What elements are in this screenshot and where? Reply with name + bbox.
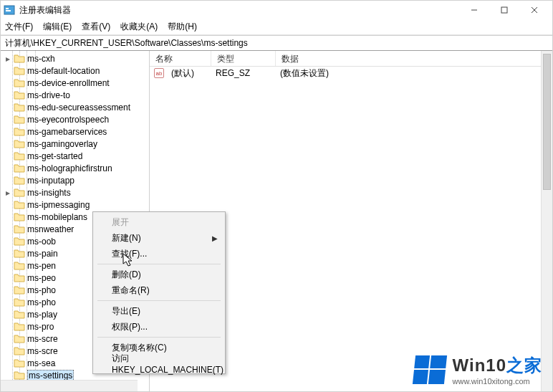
minimize-button[interactable] [459,1,489,19]
tree-item-label: ms-oob [27,236,56,247]
ctx-rename[interactable]: 重命名(R) [95,282,223,298]
tree-item-label: ms-peo [27,273,56,283]
tree-item[interactable]: ms-holographicfirstrun [1,162,149,174]
tree-item[interactable]: ms-device-enrollment [1,77,149,89]
menu-file[interactable]: 文件(F) [5,21,33,33]
tree-item-label: ms-holographicfirstrun [27,163,112,173]
tree-item-label: ms-pen [27,261,56,271]
ctx-delete[interactable]: 删除(D) [95,267,223,282]
value-data: (数值未设置) [274,67,335,80]
menu-help[interactable]: 帮助(H) [168,21,197,33]
watermark-text: Win10之家 www.win10xitong.com [453,354,542,386]
tree-item[interactable]: ▸ms-insights [1,186,149,199]
tree-item[interactable]: ms-get-started [1,150,149,162]
ctx-new[interactable]: 新建(N)▶ [95,230,223,246]
tree-item[interactable]: ms-edu-secureassessment [1,101,149,113]
list-row[interactable]: ab (默认) REG_SZ (数值未设置) [150,67,552,80]
tree-item-label: ms-ipmessaging [27,200,90,210]
tree-item-label: ms-inputapp [27,176,74,186]
tree-hscroll[interactable] [1,380,138,391]
menubar: 文件(F) 编辑(E) 查看(V) 收藏夹(A) 帮助(H) [1,19,552,35]
tree-item[interactable]: ms-inputapp [1,174,149,186]
tree-item[interactable]: ms-ipmessaging [1,199,149,211]
submenu-arrow-icon: ▶ [212,234,218,242]
svg-rect-2 [6,10,11,11]
tree-item-label: ms-play [27,310,57,320]
tree-item-label: ms-pho [27,297,56,307]
value-name: (默认) [165,67,210,80]
address-text: 计算机\HKEY_CURRENT_USER\Software\Classes\m… [5,37,248,49]
tree-item-label: ms-device-enrollment [27,78,110,88]
expand-toggle-icon[interactable]: ▸ [4,54,12,64]
col-name[interactable]: 名称 [150,51,211,66]
tree-item-label: ms-insights [27,188,71,198]
tree-item-label: ms-cxh [27,54,55,64]
value-type: REG_SZ [210,68,274,78]
tree-item-label: ms-drive-to [27,90,70,100]
col-type[interactable]: 类型 [211,51,276,66]
tree-item[interactable]: ▸ms-cxh [1,52,149,64]
context-menu: 展开 新建(N)▶ 查找(F)... 删除(D) 重命名(R) 导出(E) 权限… [92,211,226,374]
maximize-button[interactable] [489,1,519,19]
tree-item[interactable]: ms-default-location [1,64,149,77]
window: 注册表编辑器 文件(F) 编辑(E) 查看(V) 收藏夹(A) 帮助(H) 计算… [0,0,553,392]
ctx-export[interactable]: 导出(E) [95,303,223,319]
ctx-find[interactable]: 查找(F)... [95,246,223,262]
expand-toggle-icon[interactable]: ▸ [4,188,12,198]
ctx-separator [97,264,221,264]
ctx-separator [97,300,221,301]
tree-item-label: ms-sea [27,358,55,368]
menu-view[interactable]: 查看(V) [82,21,110,33]
tree-item-label: ms-get-started [27,151,82,161]
col-data[interactable]: 数据 [276,51,552,66]
titlebar: 注册表编辑器 [1,1,552,19]
tree-item-label: ms-gamingoverlay [27,139,97,149]
scroll-thumb[interactable] [543,54,551,190]
tree-item[interactable]: ms-gamebarservices [1,125,149,138]
tree-item-label: ms-eyecontrolspeech [27,115,109,125]
menu-favorites[interactable]: 收藏夹(A) [120,21,158,33]
window-controls [459,1,549,19]
svg-rect-1 [6,8,9,9]
ctx-expand[interactable]: 展开 [95,214,223,230]
tree-item-label: ms-gamebarservices [27,127,107,137]
app-icon [4,4,15,16]
tree-item-label: ms-default-location [27,66,100,76]
close-button[interactable] [519,1,549,19]
svg-rect-4 [501,7,507,13]
address-bar[interactable]: 计算机\HKEY_CURRENT_USER\Software\Classes\m… [1,35,552,51]
window-title: 注册表编辑器 [19,4,459,16]
tree-item-label: ms-scre [27,334,58,344]
tree-item[interactable]: ms-gamingoverlay [1,138,149,150]
list-header: 名称 类型 数据 [150,51,552,67]
list-vscroll[interactable] [541,51,552,391]
tree-item-label: ms-pain [27,249,58,259]
tree-item-label: ms-pho [27,285,56,295]
tree-item[interactable]: ms-eyecontrolspeech [1,113,149,125]
tree-item-label: ms-mobileplans [27,212,87,222]
tree-item-label: ms-edu-secureassessment [27,102,130,113]
ctx-separator [97,337,221,338]
ctx-goto-hklm[interactable]: 访问 HKEY_LOCAL_MACHINE(T) [95,355,223,371]
windows-logo-icon [412,355,446,384]
menu-edit[interactable]: 编辑(E) [43,21,72,33]
tree-item[interactable]: ms-drive-to [1,89,149,101]
tree-item-label: ms-scre [27,346,58,356]
tree-item-label: ms-pro [27,322,54,332]
tree-item-label: msnweather [27,224,74,234]
watermark: Win10之家 www.win10xitong.com [414,354,542,386]
main-split: ▸ms-cxhms-default-locationms-device-enro… [1,51,552,391]
ctx-permissions[interactable]: 权限(P)... [95,319,223,335]
string-value-icon: ab [154,68,164,78]
